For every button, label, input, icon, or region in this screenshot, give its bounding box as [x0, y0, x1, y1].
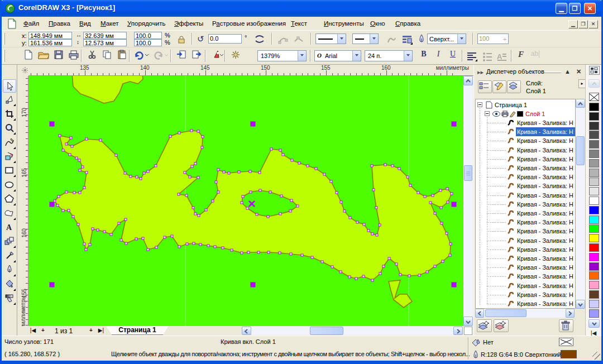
- bold-button[interactable]: B: [417, 49, 430, 63]
- menu-3[interactable]: Макет: [99, 19, 120, 28]
- color-swatch[interactable]: [589, 122, 599, 130]
- scroll-corner-box[interactable]: [464, 327, 472, 335]
- tree-object-row[interactable]: Кривая - Заливка: Н: [476, 299, 575, 308]
- color-swatch[interactable]: [589, 150, 599, 158]
- tree-object-row[interactable]: Кривая - Заливка: Н: [476, 254, 575, 263]
- menu-5[interactable]: Эффекты: [173, 19, 204, 28]
- canvas-scroll-up[interactable]: [463, 76, 473, 85]
- tree-object-row[interactable]: Кривая - Заливка: Н: [476, 236, 575, 245]
- scale-x-field[interactable]: 100.0: [134, 32, 162, 39]
- undo-button[interactable]: [133, 49, 147, 63]
- menu-9[interactable]: Окно: [369, 19, 386, 28]
- tree-layer-row[interactable]: Слой 1: [476, 109, 575, 118]
- color-swatch[interactable]: [589, 253, 599, 261]
- tree-object-row[interactable]: Кривая - Заливка: Н: [476, 281, 575, 290]
- tree-object-row[interactable]: Кривая - Заливка: Н: [476, 173, 575, 181]
- color-swatch[interactable]: [589, 224, 599, 233]
- crop-tool[interactable]: [3, 108, 16, 121]
- arrowhead-combo[interactable]: [352, 33, 379, 44]
- interactive-fill-tool[interactable]: [3, 292, 16, 305]
- outline-points-spinner[interactable]: 100÷: [477, 33, 509, 44]
- export-button[interactable]: [190, 49, 203, 63]
- tree-scroll-right[interactable]: [566, 309, 575, 318]
- outline-tool[interactable]: [3, 264, 16, 277]
- new-button[interactable]: [22, 49, 35, 63]
- tree-object-row[interactable]: Кривая - Заливка: Н: [476, 200, 575, 209]
- curve-smooth-button[interactable]: [292, 32, 305, 46]
- tree-object-row[interactable]: Кривая - Заливка: Н: [476, 209, 575, 218]
- shape-tool[interactable]: [3, 93, 16, 107]
- mirror-buttons[interactable]: [253, 32, 266, 46]
- lock-ratio-button[interactable]: [175, 32, 188, 46]
- palette-scroll-up[interactable]: [588, 79, 600, 88]
- zoom-level-combo[interactable]: 1379%: [257, 50, 307, 61]
- ruler-origin[interactable]: [19, 65, 28, 76]
- fill-tool[interactable]: [3, 278, 16, 291]
- edit-across-layers-button[interactable]: [492, 80, 506, 93]
- width-field[interactable]: 32.639 мм: [83, 32, 127, 39]
- print-button[interactable]: [67, 49, 80, 63]
- color-swatch[interactable]: [589, 112, 599, 121]
- application-launcher-button[interactable]: [209, 49, 223, 63]
- drop-cap-button[interactable]: A: [495, 49, 509, 63]
- color-swatch[interactable]: [589, 300, 599, 308]
- page-tab[interactable]: Страница 1: [106, 326, 169, 335]
- tree-object-row[interactable]: Кривая - Заливка: Н: [476, 155, 575, 164]
- tree-object-row[interactable]: Кривая - Заливка: Н: [476, 127, 575, 136]
- color-swatch[interactable]: [589, 262, 599, 271]
- smart-fill-tool[interactable]: [3, 150, 16, 164]
- tree-object-row[interactable]: Кривая - Заливка: Н: [476, 272, 575, 281]
- horizontal-ruler[interactable]: 135140145150155160миллиметры: [28, 65, 473, 76]
- menu-6[interactable]: Растровые изображения: [211, 19, 287, 28]
- tree-object-row[interactable]: Кривая - Заливка: Н: [476, 263, 575, 272]
- tree-object-row[interactable]: Кривая - Заливка: Н: [476, 227, 575, 236]
- no-color-swatch[interactable]: [589, 93, 599, 101]
- color-swatch[interactable]: [589, 309, 599, 318]
- layer-manager-view-button[interactable]: [507, 80, 521, 93]
- color-swatch[interactable]: [589, 234, 599, 242]
- tree-object-row[interactable]: Кривая - Заливка: Н: [476, 245, 575, 254]
- color-swatch[interactable]: [589, 281, 599, 289]
- canvas-hscroll-thumb[interactable]: [310, 327, 343, 335]
- paste-button[interactable]: [116, 49, 129, 63]
- tree-object-row[interactable]: Кривая - Заливка: Н: [476, 164, 575, 173]
- new-master-layer-button[interactable]: [494, 319, 509, 332]
- close-button[interactable]: ✕: [584, 3, 596, 14]
- add-page-left-button[interactable]: +: [39, 327, 47, 334]
- show-properties-button[interactable]: [478, 80, 492, 93]
- alignment-button[interactable]: [465, 49, 478, 63]
- new-layer-button[interactable]: [477, 319, 492, 332]
- tree-hscroll-thumb[interactable]: [485, 309, 527, 317]
- menu-1[interactable]: Правка: [47, 19, 71, 28]
- vertical-ruler[interactable]: 170165160155миллиметры: [19, 76, 28, 326]
- node-edit-button[interactable]: [276, 32, 290, 46]
- tree-object-row[interactable]: Кривая - Заливка: Н: [476, 290, 575, 299]
- color-swatch[interactable]: [589, 159, 599, 167]
- copy-button[interactable]: [100, 49, 114, 63]
- canvas[interactable]: [28, 76, 463, 326]
- resize-grip[interactable]: [592, 352, 600, 360]
- color-swatch[interactable]: [589, 187, 599, 195]
- redo-button[interactable]: [153, 49, 166, 63]
- color-swatch[interactable]: [589, 271, 599, 280]
- basic-shapes-tool[interactable]: [3, 207, 16, 221]
- color-swatch[interactable]: [589, 197, 599, 205]
- outline-width-combo[interactable]: Сверхт...: [427, 33, 466, 44]
- mdi-restore-button[interactable]: ❐: [578, 20, 588, 28]
- canvas-vscroll-thumb[interactable]: [464, 165, 472, 181]
- save-button[interactable]: [52, 49, 65, 63]
- tree-page-row[interactable]: Страница 1: [476, 100, 575, 109]
- ellipse-tool[interactable]: [3, 179, 16, 192]
- canvas-scroll-down[interactable]: [463, 317, 473, 326]
- wrap-text-button[interactable]: [400, 32, 414, 46]
- canvas-scroll-left[interactable]: [242, 327, 251, 335]
- color-swatch[interactable]: [589, 103, 599, 111]
- color-swatch[interactable]: [589, 131, 599, 139]
- last-page-button[interactable]: ▶|: [97, 327, 106, 334]
- bullet-list-button[interactable]: [481, 49, 494, 63]
- tree-object-row[interactable]: Кривая - Заливка: Н: [476, 181, 575, 190]
- tree-vscroll-thumb[interactable]: [576, 136, 585, 165]
- menu-2[interactable]: Вид: [78, 19, 92, 28]
- menu-8[interactable]: Инструменты: [323, 19, 365, 28]
- menu-7[interactable]: Текст: [290, 19, 308, 28]
